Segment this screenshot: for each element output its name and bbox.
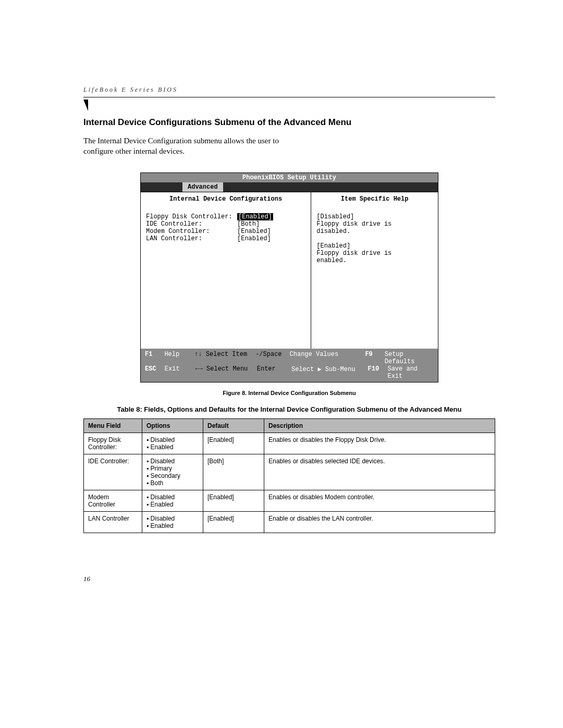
table-row: Floppy Disk Controller:DisabledEnabled[E…: [84, 433, 495, 454]
cell-options: DisabledEnabled: [142, 433, 203, 454]
option-item: Disabled: [146, 436, 199, 443]
bios-key-esc: ESC: [145, 365, 165, 380]
bios-row-label: IDE Controller:: [146, 220, 237, 228]
option-item: Both: [146, 479, 199, 487]
cell-options: DisabledEnabled: [142, 511, 203, 533]
option-item: Disabled: [146, 493, 199, 501]
cell-menu-field: LAN Controller: [84, 511, 142, 533]
options-table: Menu FieldOptionsDefaultDescription Flop…: [83, 418, 495, 533]
bios-screenshot: PhoenixBIOS Setup Utility Advanced Inter…: [140, 172, 438, 382]
bios-right-subtitle: Item Specific Help: [316, 195, 433, 213]
bios-action-save: Save and Exit: [387, 365, 434, 380]
option-item: Secondary: [146, 472, 199, 479]
table-header: Description: [264, 418, 495, 433]
bios-help-line: disabled.: [316, 228, 433, 235]
table-caption: Table 8: Fields, Options and Defaults fo…: [83, 405, 495, 413]
bios-title: PhoenixBIOS Setup Utility: [141, 173, 438, 182]
option-item: Disabled: [146, 458, 199, 465]
table-header: Default: [203, 418, 264, 433]
bios-left-subtitle: Internal Device Configurations: [146, 195, 305, 213]
running-header: LifeBook E Series BIOS: [83, 86, 495, 94]
intro-text: The Internal Device Configuration submen…: [83, 135, 302, 157]
bios-row-value[interactable]: [Enabled]: [237, 228, 271, 235]
page-number: 16: [83, 575, 495, 583]
bios-config-row[interactable]: IDE Controller:[Both]: [146, 220, 305, 228]
bios-help-line: [Enabled]: [316, 242, 433, 250]
table-header: Menu Field: [84, 418, 142, 433]
option-item: Enabled: [146, 522, 199, 529]
table-row: LAN ControllerDisabledEnabled[Enabled]En…: [84, 511, 495, 533]
bios-key-f9: F9: [365, 351, 384, 365]
cell-default: [Enabled]: [203, 511, 264, 533]
bios-row-label: Floppy Disk Controller:: [146, 213, 237, 220]
bios-config-row[interactable]: Floppy Disk Controller:[Enabled]: [146, 213, 305, 220]
bios-help-line: Floppy disk drive is: [316, 220, 433, 228]
bios-key-f1: F1: [145, 351, 164, 365]
bios-config-row[interactable]: Modem Controller:[Enabled]: [146, 228, 305, 235]
bios-key-select-item: ↑↓ Select Item: [194, 351, 255, 365]
cell-description: Enables or disables the Floppy Disk Driv…: [264, 433, 495, 454]
cell-options: DisabledEnabled: [142, 490, 203, 511]
bios-action-change: Change Values: [290, 351, 365, 365]
section-marker-icon: [83, 100, 88, 111]
section-title: Internal Device Configurations Submenu o…: [83, 117, 495, 128]
bios-action-defaults: Setup Defaults: [385, 351, 434, 365]
bios-key-f10: F10: [368, 365, 388, 380]
bios-row-label: LAN Controller:: [146, 235, 237, 242]
option-item: Enabled: [146, 443, 199, 451]
bios-action-submenu: Select ▶ Sub-Menu: [291, 365, 368, 380]
table-row: IDE Controller:DisabledPrimarySecondaryB…: [84, 454, 495, 490]
cell-menu-field: Floppy Disk Controller:: [84, 433, 142, 454]
bios-tabrow: Advanced: [141, 182, 438, 192]
bios-help-line: enabled.: [316, 257, 433, 264]
cell-description: Enable or disables the LAN controller.: [264, 511, 495, 533]
cell-options: DisabledPrimarySecondaryBoth: [142, 454, 203, 490]
cell-default: [Enabled]: [203, 490, 264, 511]
cell-menu-field: Modem Controller: [84, 490, 142, 511]
bios-key-enter: Enter: [257, 365, 291, 380]
bios-help-line: [316, 235, 433, 242]
bios-row-value[interactable]: [Both]: [237, 220, 260, 228]
bios-help-line: Floppy disk drive is: [316, 250, 433, 257]
bios-row-value[interactable]: [Enabled]: [237, 213, 273, 220]
option-item: Disabled: [146, 515, 199, 522]
bios-footer: F1 Help ↑↓ Select Item -/Space Change Va…: [141, 349, 438, 382]
bios-left-pane: Internal Device Configurations Floppy Di…: [141, 192, 311, 349]
header-rule: [83, 97, 495, 97]
bios-tab-advanced[interactable]: Advanced: [182, 182, 223, 192]
bios-help-pane: Item Specific Help [Disabled]Floppy disk…: [311, 192, 438, 349]
option-item: Primary: [146, 465, 199, 472]
bios-action-help: Help: [164, 351, 194, 365]
table-row: Modem ControllerDisabledEnabled[Enabled]…: [84, 490, 495, 511]
cell-default: [Enabled]: [203, 433, 264, 454]
table-header: Options: [142, 418, 203, 433]
figure-caption: Figure 8. Internal Device Configuration …: [83, 390, 495, 396]
cell-description: Enables or disables selected IDE devices…: [264, 454, 495, 490]
cell-menu-field: IDE Controller:: [84, 454, 142, 490]
bios-config-row[interactable]: LAN Controller:[Enabled]: [146, 235, 305, 242]
bios-help-line: [Disabled]: [316, 213, 433, 220]
cell-default: [Both]: [203, 454, 264, 490]
cell-description: Enables or disables Modem controller.: [264, 490, 495, 511]
bios-row-label: Modem Controller:: [146, 228, 237, 235]
bios-key-space: -/Space: [255, 351, 289, 365]
bios-key-select-menu: ←→ Select Menu: [195, 365, 257, 380]
bios-row-value[interactable]: [Enabled]: [237, 235, 271, 242]
bios-action-exit: Exit: [165, 365, 195, 380]
option-item: Enabled: [146, 501, 199, 508]
